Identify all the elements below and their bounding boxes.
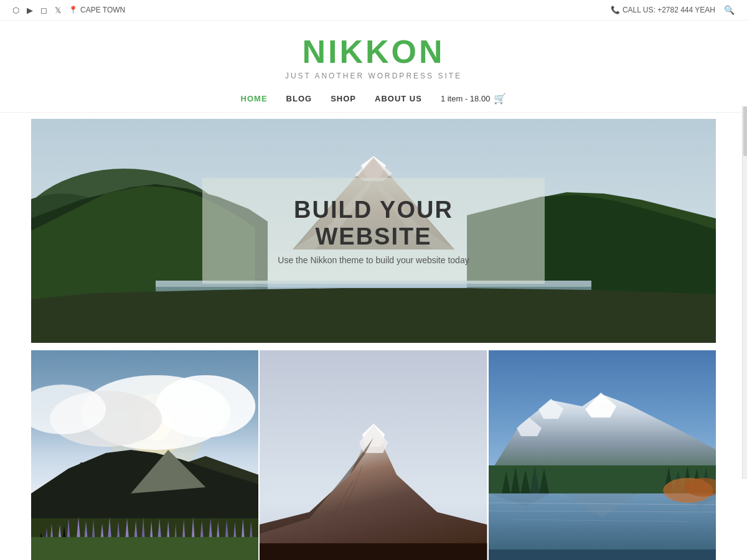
- hero-subtitle: Use the Nikkon theme to build your websi…: [240, 255, 507, 265]
- location-label: 📍 CAPE TOWN: [68, 6, 125, 14]
- gallery-item-alpine-lake[interactable]: [489, 350, 716, 560]
- phone-label: 📞 CALL US: +2782 444 YEAH: [611, 6, 715, 14]
- hero-title: BUILD YOUR WEBSITE: [240, 197, 507, 250]
- site-subtitle: JUST ANOTHER WORDPRESS SITE: [0, 72, 747, 80]
- location-pin-icon: 📍: [68, 6, 78, 14]
- nav-item-shop[interactable]: SHOP: [331, 94, 356, 103]
- phone-icon: 📞: [611, 6, 620, 14]
- svg-rect-65: [260, 543, 487, 560]
- cart-label: 1 item - 18.00: [441, 94, 491, 103]
- svg-rect-91: [489, 549, 716, 560]
- svg-point-21: [156, 375, 255, 437]
- youtube-icon[interactable]: ▶: [27, 6, 33, 15]
- scrollbar-thumb[interactable]: [743, 106, 747, 156]
- svg-rect-56: [31, 537, 258, 560]
- hero-overlay: BUILD YOUR WEBSITE Use the Nikkon theme …: [202, 178, 545, 284]
- top-bar: ⬡ ▶ ◻ 𝕏 📍 CAPE TOWN 📞 CALL US: +2782 444…: [0, 0, 747, 21]
- instagram-icon[interactable]: ◻: [40, 6, 47, 15]
- cart-button[interactable]: 1 item - 18.00 🛒: [441, 93, 507, 105]
- site-header: NIKKON JUST ANOTHER WORDPRESS SITE: [0, 21, 747, 86]
- gallery-item-lupine[interactable]: [31, 350, 258, 560]
- twitter-icon[interactable]: 𝕏: [55, 6, 61, 15]
- top-bar-right: 📞 CALL US: +2782 444 YEAH 🔍: [611, 5, 735, 15]
- nav-item-about[interactable]: ABOUT US: [375, 94, 422, 103]
- gallery-section: [31, 350, 716, 560]
- nav-item-home[interactable]: HOME: [241, 94, 268, 103]
- nav-item-blog[interactable]: BLOG: [286, 94, 312, 103]
- site-title[interactable]: NIKKON: [0, 33, 747, 70]
- gallery-item-volcano[interactable]: [260, 350, 487, 560]
- cart-icon: 🛒: [494, 93, 506, 105]
- search-icon[interactable]: 🔍: [724, 5, 735, 15]
- scrollbar[interactable]: [742, 106, 747, 479]
- hero-section: BUILD YOUR WEBSITE Use the Nikkon theme …: [31, 119, 716, 343]
- svg-marker-13: [31, 288, 716, 343]
- top-bar-left: ⬡ ▶ ◻ 𝕏 📍 CAPE TOWN: [12, 6, 125, 15]
- main-nav: HOME BLOG SHOP ABOUT US 1 item - 18.00 🛒: [0, 86, 747, 113]
- skype-icon[interactable]: ⬡: [12, 6, 19, 15]
